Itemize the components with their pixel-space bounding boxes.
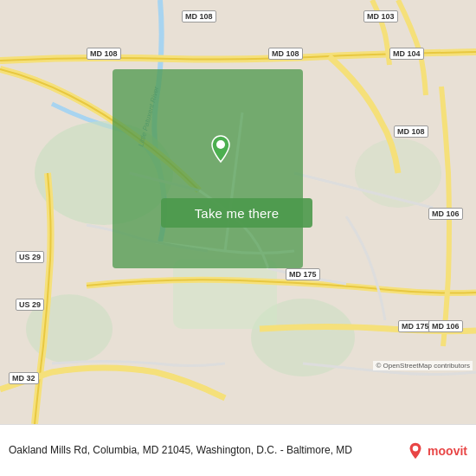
- road-label-md104: MD 104: [389, 48, 424, 60]
- moovit-icon: [406, 441, 425, 460]
- location-highlight: [113, 69, 303, 268]
- road-label-md32: MD 32: [9, 372, 39, 384]
- road-label-us29-1: US 29: [16, 251, 44, 263]
- road-label-md103-1: MD 103: [363, 10, 398, 23]
- moovit-text: moovit: [428, 444, 467, 458]
- map-pin: [205, 134, 236, 169]
- road-label-md106-1: MD 106: [428, 208, 463, 220]
- svg-rect-5: [173, 260, 277, 329]
- address-text: Oakland Mills Rd, Columbia, MD 21045, Wa…: [9, 443, 399, 458]
- road-label-us29-2: US 29: [16, 299, 44, 311]
- road-label-md108-2: MD 108: [87, 48, 121, 60]
- road-label-md175-1: MD 175: [286, 268, 320, 280]
- map: Little Patuxent River Take me there MD 1…: [0, 0, 476, 424]
- svg-point-8: [413, 446, 418, 451]
- road-label-md175-2: MD 175: [398, 320, 433, 332]
- moovit-logo: moovit: [406, 441, 467, 460]
- road-label-md108-3: MD 108: [268, 48, 303, 60]
- road-label-md106-2: MD 106: [428, 320, 463, 332]
- svg-point-7: [216, 140, 225, 149]
- take-me-there-button[interactable]: Take me there: [161, 198, 312, 228]
- road-label-md108-4: MD 108: [394, 125, 428, 138]
- footer: Oakland Mills Rd, Columbia, MD 21045, Wa…: [0, 424, 476, 476]
- osm-credit: © OpenStreetMap contributors: [373, 361, 473, 370]
- road-label-md108-1: MD 108: [182, 10, 216, 23]
